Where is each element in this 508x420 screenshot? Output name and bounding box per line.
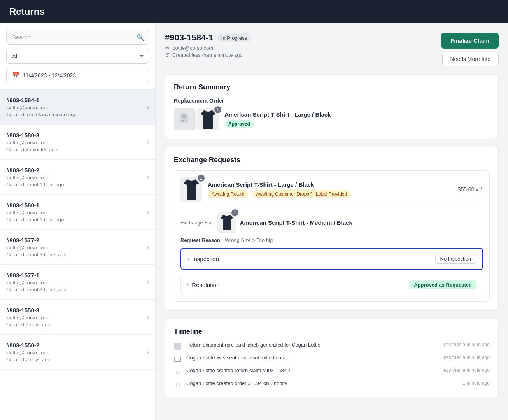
- return-item-id: #903-1577-1: [6, 272, 67, 278]
- resolution-left: › Resolution: [187, 282, 219, 288]
- filter-select[interactable]: All: [6, 49, 149, 64]
- clock-icon: ⏱: [165, 52, 170, 58]
- timeline-section: Timeline Return shipment (pre-paid label…: [165, 318, 499, 397]
- document-thumb: [174, 108, 196, 130]
- return-item-id: #903-1584-1: [6, 97, 77, 103]
- exchange-price: $55.00 x 1: [458, 186, 483, 192]
- app-header: Returns: [0, 0, 508, 23]
- return-list-item[interactable]: #903-1550-2 lcottle@corso.com Created 7 …: [0, 335, 155, 370]
- detail-header-left: #903-1584-1 In Progress ✉ lcottle@corso.…: [165, 33, 251, 58]
- return-item-email: lcottle@corso.com: [6, 280, 67, 285]
- needs-more-info-button[interactable]: Needs More Info: [442, 52, 499, 66]
- product-thumb-wrap: [174, 108, 196, 130]
- product-thumb-pair: 1: [174, 108, 219, 130]
- app-title: Returns: [9, 6, 45, 17]
- timeline-time: 1 minute ago: [463, 380, 490, 386]
- replacement-product-row: 1 American Script T-Shirt - Large / Blac…: [174, 108, 490, 130]
- return-item-id: #903-1580-3: [6, 132, 58, 138]
- inspection-label: Inspection: [192, 256, 219, 262]
- exchange-card: 1 American Script T-Shirt - Large / Blac…: [174, 170, 490, 302]
- return-item-id: #903-1580-2: [6, 167, 64, 173]
- return-item-info: #903-1584-1 lcottle@corso.com Created le…: [6, 97, 77, 117]
- timeline-list: Return shipment (pre-paid label) generat…: [174, 342, 490, 388]
- svg-rect-0: [180, 113, 188, 123]
- return-list-item[interactable]: #903-1577-2 lcottle@corso.com Created ab…: [0, 230, 155, 265]
- mail-icon: [174, 357, 181, 362]
- return-list-item[interactable]: #903-1580-2 lcottle@corso.com Created ab…: [0, 160, 155, 195]
- main-layout: 🔍 All 📅 11/4/2023 - 12/4/2023 #903-1584-…: [0, 23, 508, 420]
- exchange-thumb-wrap: 1: [180, 177, 202, 202]
- sidebar-controls: 🔍 All 📅 11/4/2023 - 12/4/2023: [0, 23, 155, 90]
- return-list: #903-1584-1 lcottle@corso.com Created le…: [0, 90, 155, 420]
- timeline-time: less than a minute ago: [443, 368, 490, 373]
- return-item-info: #903-1577-1 lcottle@corso.com Created ab…: [6, 272, 67, 292]
- return-item-email: lcottle@corso.com: [6, 315, 50, 320]
- circle-icon: [176, 383, 180, 387]
- exchange-badges-row: Awaiting Return Awaiting Customer Dropof…: [208, 190, 352, 198]
- return-item-info: #903-1580-2 lcottle@corso.com Created ab…: [6, 167, 64, 187]
- return-item-email: lcottle@corso.com: [6, 350, 50, 355]
- search-icon: 🔍: [137, 33, 144, 41]
- exchange-product-details: American Script T-Shirt - Large / Black …: [208, 181, 352, 198]
- inspection-row[interactable]: › Inspection No Inspection: [180, 248, 483, 270]
- return-item-id: #903-1550-2: [6, 342, 50, 348]
- inspection-left: › Inspection: [187, 256, 219, 262]
- resolution-row[interactable]: › Resolution Approved as Requested: [180, 275, 483, 295]
- return-item-email: lcottle@corso.com: [6, 245, 67, 250]
- timeline-text: Cogan Lottle was sent return submitted e…: [186, 355, 438, 360]
- return-item-id: #903-1580-1: [6, 202, 64, 208]
- date-range-picker[interactable]: 📅 11/4/2023 - 12/4/2023: [6, 68, 149, 83]
- return-list-item[interactable]: #903-1577-1 lcottle@corso.com Created ab…: [0, 265, 155, 300]
- list-item-chevron-icon: ›: [147, 209, 149, 216]
- return-item-info: #903-1580-3 lcottle@corso.com Created 2 …: [6, 132, 58, 152]
- return-item-info: #903-1550-2 lcottle@corso.com Created 7 …: [6, 342, 50, 362]
- return-item-time: Created 7 days ago: [6, 322, 50, 327]
- date-range-label: 11/4/2023 - 12/4/2023: [23, 72, 76, 79]
- exchange-top: 1 American Script T-Shirt - Large / Blac…: [180, 177, 483, 202]
- request-reason-value: Wrong Size > Too big: [225, 237, 273, 243]
- timeline-text: Cogan Lottle created return claim #903-1…: [186, 368, 438, 373]
- replacement-order-label: Replacement Order: [174, 98, 490, 104]
- exchange-for-row: Exchange For: 1 American Script T-Shirt …: [180, 206, 483, 233]
- timeline-item: Cogan Lottle created order #1584 on Shop…: [174, 380, 490, 388]
- inspection-chevron-icon: ›: [187, 256, 189, 262]
- timeline-item: Return shipment (pre-paid label) generat…: [174, 342, 490, 350]
- exchange-product-info: 1 American Script T-Shirt - Large / Blac…: [180, 177, 352, 202]
- search-input[interactable]: [6, 30, 149, 45]
- return-item-time: Created 2 minutes ago: [6, 147, 58, 152]
- detail-email: lcottle@corso.com: [172, 45, 213, 51]
- return-item-time: Created about 3 hours ago: [6, 252, 67, 257]
- exchange-count-badge: 1: [198, 175, 205, 182]
- return-list-item[interactable]: #903-1550-3 lcottle@corso.com Created 7 …: [0, 300, 155, 335]
- status-badge: In Progress: [217, 34, 251, 42]
- exchange-product-name: American Script T-Shirt - Large / Black: [208, 181, 352, 188]
- calendar-icon: 📅: [12, 72, 19, 79]
- return-list-item[interactable]: #903-1580-3 lcottle@corso.com Created 2 …: [0, 125, 155, 160]
- return-item-time: Created 7 days ago: [6, 357, 50, 362]
- return-item-time: Created about 1 hour ago: [6, 182, 64, 187]
- exchange-for-product: 1 American Script T-Shirt - Medium / Bla…: [217, 212, 352, 233]
- meta-email-row: ✉ lcottle@corso.com: [165, 45, 251, 51]
- detail-actions: Finalize Claim Needs More Info: [441, 33, 499, 66]
- approved-badge: Approved: [224, 120, 254, 128]
- finalize-claim-button[interactable]: Finalize Claim: [441, 33, 499, 49]
- return-item-email: lcottle@corso.com: [6, 175, 64, 180]
- list-item-chevron-icon: ›: [147, 314, 149, 321]
- list-item-chevron-icon: ›: [147, 349, 149, 356]
- timeline-time: less than a minute ago: [443, 355, 490, 360]
- list-item-chevron-icon: ›: [147, 279, 149, 286]
- detail-title-row: #903-1584-1 In Progress: [165, 33, 251, 43]
- return-list-item[interactable]: #903-1580-1 lcottle@corso.com Created ab…: [0, 195, 155, 230]
- exchange-for-count-badge: 1: [231, 209, 238, 216]
- replacement-product-name: American Script T-Shirt - Large / Black: [224, 111, 331, 118]
- return-item-email: lcottle@corso.com: [6, 105, 77, 110]
- list-item-chevron-icon: ›: [147, 174, 149, 181]
- list-item-chevron-icon: ›: [147, 104, 149, 111]
- return-list-item[interactable]: #903-1584-1 lcottle@corso.com Created le…: [0, 90, 155, 125]
- meta-time-row: ⏱ Created less than a minute ago: [165, 52, 251, 58]
- detail-meta: ✉ lcottle@corso.com ⏱ Created less than …: [165, 45, 251, 58]
- exchange-requests-title: Exchange Requests: [174, 156, 490, 164]
- sidebar: 🔍 All 📅 11/4/2023 - 12/4/2023 #903-1584-…: [0, 23, 156, 420]
- resolution-chevron-icon: ›: [187, 282, 189, 288]
- exchange-for-thumb-wrap: 1: [217, 212, 236, 233]
